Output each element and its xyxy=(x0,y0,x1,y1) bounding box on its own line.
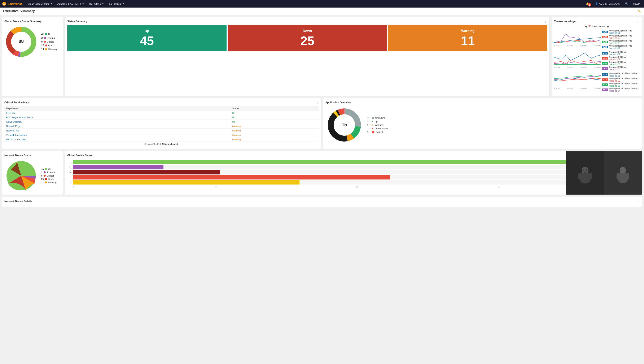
map-link-mpls[interactable]: MPLS Connections xyxy=(6,138,26,141)
pie-legend-down: 25 Down xyxy=(41,178,56,180)
map-link-network-test[interactable]: Network Test xyxy=(6,129,19,132)
bar-fill-3 xyxy=(73,170,220,174)
ts-next-button[interactable]: ▶ xyxy=(607,25,609,28)
nav-reports[interactable]: REPORTS ▼ xyxy=(87,0,106,8)
network-device-status-card: Network Device Status ⋮ xyxy=(2,151,63,195)
page-title: Executive Summary xyxy=(3,9,35,13)
col-status: Status xyxy=(230,106,319,111)
service-table-body: EOC Map Up EOC Regional Map Status Up Ac… xyxy=(4,111,319,142)
ts-legend-item-4: 3.00 Average Response Timemaps-dc-04 xyxy=(602,45,640,49)
nav-settings[interactable]: SETTINGS ▼ xyxy=(107,0,126,8)
global-device-status-card: Global Device Status Summary ⋮ xyxy=(2,17,63,96)
page-header: Executive Summary ✏️ xyxy=(0,8,644,15)
pie-up-dot xyxy=(45,168,47,170)
bar-x-axis: 0 10 20 30 xyxy=(67,185,640,188)
ts-legend-cpu-2: 22.0 Average CPU Loadmaps-dc-02 xyxy=(602,56,640,61)
bar-fill-5 xyxy=(73,180,300,185)
admin-logout-button[interactable]: 👤 ADMIN (LOGOUT) xyxy=(593,0,622,8)
pie-legend-up: 45 Up xyxy=(41,168,56,170)
status-down-box: Down 25 xyxy=(228,25,387,51)
legend-up: 45 Up xyxy=(41,33,57,36)
bar-fill-4 xyxy=(73,175,390,179)
global-device-status-title: Global Device Status Summary ⋮ xyxy=(4,19,60,23)
ts-legend-mem-3: 54.2 Average Percent Memory Usedmaps-dc-… xyxy=(602,82,640,87)
down-dot xyxy=(45,45,47,47)
pie-external-dot xyxy=(44,171,46,173)
main-content: Global Device Status Summary ⋮ xyxy=(0,15,644,209)
service-table-header: Map Name Status xyxy=(4,106,319,111)
row-4: Network Device Details ⋮ xyxy=(2,197,642,207)
pie-chart-svg xyxy=(4,159,38,192)
status-up-number: 45 xyxy=(140,35,154,47)
ts-section-2-row: 8:30 AM9:00 AM9:30 AM10:00 AM 41.0 Avera… xyxy=(554,51,640,71)
row-2: Critical Service Maps ⋮ Map Name Status … xyxy=(2,98,642,149)
app-overview-content: 15 4 ⬤ Unknown 2 ✔ Up 1 ⚠ xyxy=(326,106,640,144)
notification-bell[interactable]: 🔔 1 xyxy=(583,2,592,5)
map-link-eoc-regional[interactable]: EOC Regional Map Status xyxy=(6,116,33,119)
card-menu-icon[interactable]: ⋮ xyxy=(57,19,60,23)
pie-legend: 45 Up 2 External 5 Critical xyxy=(41,168,56,184)
search-button[interactable]: 🔍 xyxy=(623,0,630,8)
bar-container-2 xyxy=(73,165,640,169)
global-device-status-bar-card: Global Device Status ⋮ 1 11 xyxy=(65,151,642,195)
edit-icon[interactable]: ✏️ xyxy=(638,10,641,13)
up-check-icon: ✔ xyxy=(372,120,374,123)
status-summary-menu-icon[interactable]: ⋮ xyxy=(544,19,548,23)
map-status-eoc: Up xyxy=(230,111,319,115)
person-silhouette-1 xyxy=(577,165,594,181)
ts-legend-mem-4: 55.5 Average Percent Memory Usedmaps-dc-… xyxy=(602,88,640,92)
ts-section-1-row: 8:30 AM9:00 AM9:30 AM10:00 AM 3.00 Avera… xyxy=(554,30,640,49)
network-device-details-menu-icon[interactable]: ⋮ xyxy=(636,199,640,203)
svg-text:SW: SW xyxy=(3,3,6,5)
person-silhouette-2 xyxy=(614,165,631,181)
global-device-status-bar-title: Global Device Status ⋮ xyxy=(67,153,640,157)
app-overview-legend: 4 ⬤ Unknown 2 ✔ Up 1 ⚠ Warning xyxy=(367,117,388,134)
svg-point-22 xyxy=(621,169,622,170)
status-warning-box: Warning 11 xyxy=(388,25,548,51)
bar-row-4: 2 xyxy=(67,175,640,179)
svg-point-18 xyxy=(586,169,587,171)
network-device-menu-icon[interactable]: ⋮ xyxy=(57,153,60,157)
timeseries-nav: ◀ 📅 Last 2 Hours ▶ xyxy=(554,25,640,28)
nav-my-dashboards[interactable]: MY DASHBOARDS ▼ xyxy=(25,0,54,8)
ts-chart-response-time: 8:30 AM9:00 AM9:30 AM10:00 AM xyxy=(554,30,600,49)
ts-chart-cpu: 8:30 AM9:00 AM9:30 AM10:00 AM xyxy=(554,51,600,71)
ts-legend-cpu-3: 0.00 Average CPU Loadmaps-dc-03 xyxy=(602,61,640,66)
ts-legend-mem-1: 47.9 Average Percent Memory Usedmaps-dc-… xyxy=(602,72,640,77)
notification-badge: 1 xyxy=(588,3,591,7)
bar-chart: 1 11 14 xyxy=(67,159,640,189)
ts-prev-button[interactable]: ◀ xyxy=(585,25,586,28)
search-icon: 🔍 xyxy=(625,2,628,5)
map-status-network-edge: Warning xyxy=(230,124,319,129)
network-device-details-title: Network Device Details ⋮ xyxy=(4,199,640,203)
up-dot xyxy=(45,33,47,35)
chevron-down-icon: ▼ xyxy=(102,3,104,5)
table-row: EOC Map Up xyxy=(4,111,319,115)
app-overview-menu-icon[interactable]: ⋮ xyxy=(636,100,640,104)
map-link-virtual-infra[interactable]: Virtual Infrastructure xyxy=(6,134,27,136)
table-row: Network Test Warning xyxy=(4,129,319,133)
ts-section-cpu: 8:30 AM9:00 AM9:30 AM10:00 AM 41.0 Avera… xyxy=(554,51,640,71)
app-logo: SW SolarWinds xyxy=(2,2,22,6)
map-link-eoc[interactable]: EOC Map xyxy=(6,112,16,114)
map-link-network-edge[interactable]: Network Edge xyxy=(6,125,20,128)
map-link-active-directory[interactable]: Active Directory xyxy=(6,121,22,123)
ts-chart-memory: 8:30 AM9:00 AM9:30 AM10:00 AM xyxy=(554,72,600,92)
ts-legend-cpu: 41.0 Average CPU Loadmaps-dc-01 22.0 Ave… xyxy=(602,51,640,71)
app-legend-unknown: 4 ⬤ Unknown xyxy=(367,117,388,119)
pie-chart-wrap: 45 Up 2 External 5 Critical xyxy=(4,159,60,192)
critical-icon: 🔴 xyxy=(372,131,374,134)
help-button[interactable]: HELP xyxy=(631,0,642,8)
ts-x-labels-1: 8:30 AM9:00 AM9:30 AM10:00 AM xyxy=(554,45,600,47)
row-3: Network Device Status ⋮ xyxy=(2,151,642,195)
timeseries-menu-icon[interactable]: ⋮ xyxy=(636,19,640,23)
bar-fill-1 xyxy=(73,160,583,164)
unreachable-icon: ✖ xyxy=(372,127,374,130)
nav-right: 🔔 1 👤 ADMIN (LOGOUT) 🔍 HELP xyxy=(583,0,642,8)
service-maps-menu-icon[interactable]: ⋮ xyxy=(316,100,319,104)
table-row: EOC Regional Map Status Up xyxy=(4,115,319,120)
all-items-loaded: All items loaded. xyxy=(162,143,178,145)
nav-alerts-activity[interactable]: ALERTS & ACTIVITY ▼ xyxy=(55,0,86,8)
ts-legend-item-1: 3.00 Average Response Timemaps-dc-01 xyxy=(602,30,640,34)
app-overview-donut-svg: 15 xyxy=(326,106,363,144)
